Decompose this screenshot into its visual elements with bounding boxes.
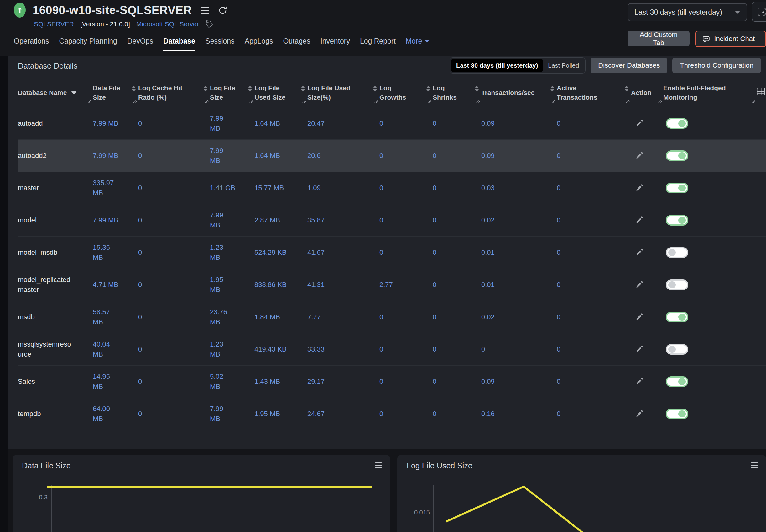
edit-button[interactable] [635, 280, 644, 289]
tab-log-report[interactable]: Log Report [360, 37, 396, 51]
tab-devops[interactable]: DevOps [127, 37, 153, 51]
sort-carets-icon[interactable] [248, 86, 252, 91]
tab-inventory[interactable]: Inventory [320, 37, 350, 51]
column-header-monitoring[interactable]: Enable Full-Fledged Monitoring [663, 78, 757, 107]
column-resize-icon[interactable] [374, 96, 378, 106]
refresh-icon [218, 6, 227, 15]
column-chooser-button[interactable] [757, 78, 766, 107]
column-header-log_growths[interactable]: Log Growths [379, 78, 433, 107]
monitoring-toggle[interactable] [666, 247, 688, 258]
sort-carets-icon[interactable] [204, 86, 207, 91]
edit-button[interactable] [635, 151, 644, 160]
tab-database[interactable]: Database [163, 37, 195, 51]
monitoring-toggle[interactable] [666, 183, 688, 193]
sort-carets-icon[interactable] [301, 86, 305, 91]
cell-database-name: tempdb [18, 398, 93, 430]
monitoring-toggle[interactable] [666, 118, 688, 129]
column-resize-icon[interactable] [476, 96, 480, 106]
sort-carets-icon[interactable] [373, 86, 377, 91]
tab-operations[interactable]: Operations [14, 37, 49, 51]
tag-icon[interactable] [205, 20, 213, 28]
column-header-log_file_size[interactable]: Log File Size [210, 78, 254, 107]
cell-action [631, 269, 663, 301]
refresh-button[interactable] [218, 6, 227, 15]
cell-log-growths: 2.77 [379, 269, 433, 301]
column-header-log_file_used_size_pct[interactable]: Log File Used Size(%) [307, 78, 379, 107]
column-header-log_cache_hit_ratio[interactable]: Log Cache Hit Ratio (%) [138, 78, 210, 107]
discover-databases-button[interactable]: Discover Databases [591, 58, 667, 73]
column-header-active_transactions[interactable]: Active Transactions [557, 78, 631, 107]
threshold-configuration-button[interactable]: Threshold Configuration [672, 58, 761, 73]
edit-button[interactable] [635, 119, 644, 128]
edit-button[interactable] [635, 248, 644, 257]
cell-data-file-size: 7.99 MB [93, 140, 138, 172]
column-resize-icon[interactable] [249, 96, 253, 106]
column-resize-icon[interactable] [427, 96, 431, 106]
incident-chat-button[interactable]: Incident Chat [695, 31, 766, 47]
add-custom-tab-button[interactable]: Add Custom Tab [628, 31, 690, 46]
edit-button[interactable] [635, 313, 644, 322]
chart-title: Log File Used Size [407, 461, 472, 470]
column-header-log_file_used_size[interactable]: Log File Used Size [254, 78, 307, 107]
tab-capacity-planning[interactable]: Capacity Planning [59, 37, 117, 51]
table-row[interactable]: mssqlsystemreso urce40.04 MB01.23 MB419.… [18, 333, 766, 366]
edit-button[interactable] [635, 377, 644, 386]
column-header-name[interactable]: Database Name [18, 78, 93, 107]
monitor-type-link[interactable]: SQLSERVER [34, 20, 74, 28]
tab-applogs[interactable]: AppLogs [245, 37, 273, 51]
tab-sessions[interactable]: Sessions [205, 37, 234, 51]
table-row[interactable]: model7.99 MB07.99 MB2.87 MB35.87000.020 [18, 204, 766, 237]
tab-outages[interactable]: Outages [283, 37, 310, 51]
column-resize-icon[interactable] [626, 96, 630, 106]
monitoring-toggle[interactable] [666, 150, 688, 161]
pencil-icon [635, 188, 644, 193]
monitoring-toggle[interactable] [666, 344, 688, 355]
sort-carets-icon[interactable] [132, 86, 136, 91]
column-resize-icon[interactable] [133, 96, 137, 106]
column-resize-icon[interactable] [302, 96, 306, 106]
sort-carets-icon[interactable] [475, 86, 479, 91]
edit-button[interactable] [635, 216, 644, 225]
column-label: Log File Used Size [254, 83, 285, 102]
table-row[interactable]: model_replicated master4.71 MB01.95 MB83… [18, 269, 766, 301]
column-header-log_shrinks[interactable]: Log Shrinks [433, 78, 481, 107]
segment-last-30-days[interactable]: Last 30 days (till yesterday) [451, 59, 543, 72]
tab-more[interactable]: More [406, 37, 430, 51]
category-link[interactable]: Microsoft SQL Server [136, 20, 199, 28]
table-row[interactable]: msdb58.57 MB023.76 MB1.84 MB7.77000.020 [18, 301, 766, 333]
sort-carets-icon[interactable] [625, 86, 628, 91]
cell-spacer [757, 333, 766, 365]
monitoring-toggle[interactable] [666, 376, 688, 387]
sort-carets-icon[interactable] [426, 86, 430, 91]
table-row[interactable]: tempdb64.00 MB07.99 MB1.95 MB24.67000.16… [18, 398, 766, 430]
monitoring-toggle[interactable] [666, 409, 688, 419]
edit-button[interactable] [635, 345, 644, 354]
edit-button[interactable] [635, 409, 644, 419]
column-resize-icon[interactable] [751, 96, 755, 106]
chart-menu-button[interactable] [375, 462, 382, 468]
column-resize-icon[interactable] [658, 96, 662, 106]
monitoring-toggle[interactable] [666, 215, 688, 226]
cell-log-growths: 0 [379, 366, 433, 398]
chart-menu-button[interactable] [751, 462, 758, 468]
monitoring-toggle[interactable] [666, 279, 688, 290]
column-header-transactions_per_sec[interactable]: Transactions/sec [481, 78, 557, 107]
monitoring-toggle[interactable] [666, 312, 688, 322]
time-range-dropdown[interactable]: Last 30 days (till yesterday) [628, 3, 747, 21]
table-row[interactable]: model_msdb15.36 MB01.23 MB524.29 KB41.67… [18, 237, 766, 269]
edit-button[interactable] [635, 184, 644, 193]
column-resize-icon[interactable] [205, 96, 209, 106]
table-row[interactable]: autoadd7.99 MB07.99 MB1.64 MB20.47000.09… [18, 107, 766, 140]
column-resize-icon[interactable] [87, 96, 91, 106]
segment-last-polled[interactable]: Last Polled [543, 62, 584, 69]
table-row[interactable]: master335.97 MB01.41 GB15.77 MB1.09000.0… [18, 172, 766, 204]
column-header-data_file_size[interactable]: Data File Size [93, 78, 138, 107]
toggle-knob [668, 249, 676, 256]
title-menu-button[interactable] [201, 7, 209, 14]
sort-carets-icon[interactable] [550, 86, 554, 91]
table-row[interactable]: autoadd27.99 MB07.99 MB1.64 MB20.6000.09… [18, 140, 766, 172]
column-header-action[interactable]: Action [631, 78, 663, 107]
column-resize-icon[interactable] [551, 96, 555, 106]
table-row[interactable]: Sales14.95 MB05.02 MB1.43 MB29.17000.090 [18, 366, 766, 398]
dashboard-widget-button[interactable] [752, 2, 766, 22]
